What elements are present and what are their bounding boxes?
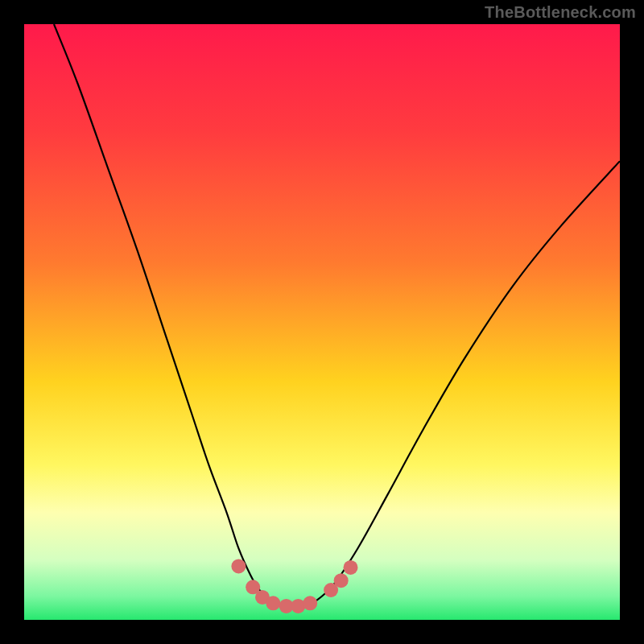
highlight-dot <box>303 596 317 610</box>
highlight-dot <box>231 559 246 573</box>
chart-frame: TheBottleneck.com <box>0 0 644 644</box>
highlight-dot <box>266 596 280 610</box>
gradient-background <box>24 24 620 620</box>
highlight-dot <box>344 560 358 575</box>
bottleneck-chart <box>24 24 620 620</box>
watermark-text: TheBottleneck.com <box>485 3 636 22</box>
plot-area <box>24 24 620 620</box>
highlight-dot <box>334 573 349 588</box>
